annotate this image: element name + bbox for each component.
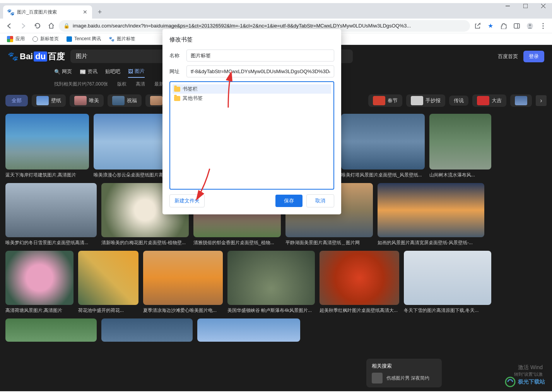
- browser-tab[interactable]: 🐾 图片_百度图片搜索 ✕: [3, 5, 92, 19]
- scroll-right-icon[interactable]: ›: [536, 95, 547, 106]
- image-caption: 平静湖面美景图片高清壁纸＿图片网: [285, 240, 373, 246]
- url-label: 网址: [169, 68, 182, 75]
- image-result[interactable]: 美国华盛顿峡谷 帕卢斯瀑布4k风景图片...: [227, 251, 315, 314]
- dialog-title: 修改书签: [169, 36, 334, 43]
- category-pill[interactable]: 手抄报: [406, 94, 445, 107]
- bookmark-item[interactable]: Tencent 腾讯: [63, 36, 104, 42]
- cancel-button[interactable]: 取消: [306, 194, 334, 207]
- image-result[interactable]: 荷花池中盛开的荷花...: [78, 251, 138, 314]
- window-controls: [499, 0, 552, 12]
- image-caption: 清新唯美的白梅花图片桌面壁纸-植物壁...: [101, 240, 189, 246]
- related-searches: 相关搜索 伤感图片男 深夜简约: [366, 359, 442, 387]
- baidu-paw-icon: 🐾: [8, 9, 14, 15]
- tab-web[interactable]: 🔍 网页: [54, 68, 72, 78]
- image-result[interactable]: 唯美灯塔风景图片桌面壁纸_风景壁纸...: [341, 114, 425, 178]
- category-all[interactable]: 全部: [5, 95, 28, 106]
- annotation-arrow: [193, 166, 217, 203]
- category-pill[interactable]: 唯美: [70, 94, 104, 107]
- baidu-home-link[interactable]: 百度首页: [498, 53, 518, 60]
- bookmark-url-input[interactable]: [186, 65, 334, 77]
- svg-point-10: [542, 27, 543, 29]
- image-caption: 清雅脱俗的郁金香图片桌面壁纸_植物...: [193, 240, 281, 246]
- tab-strip: 🐾 图片_百度图片搜索 ✕ +: [0, 3, 552, 19]
- image-result[interactable]: [5, 318, 97, 342]
- category-pill[interactable]: 壁纸: [32, 94, 66, 107]
- category-pill[interactable]: [510, 94, 532, 107]
- apps-shortcut[interactable]: 应用: [4, 36, 28, 42]
- tab-images[interactable]: 🖼 图片: [128, 68, 145, 78]
- extensions-icon[interactable]: [498, 20, 509, 32]
- bookmark-item[interactable]: 新标签页: [29, 36, 62, 42]
- apps-icon: [7, 36, 13, 42]
- folder-icon: [174, 87, 180, 92]
- site-watermark: 极光下载站: [505, 377, 545, 387]
- image-result[interactable]: 高清荷塘风景图片,高清图片: [5, 251, 73, 314]
- menu-icon[interactable]: [537, 20, 549, 32]
- bookmark-item[interactable]: 🐾图片标签: [106, 36, 138, 42]
- svg-rect-1: [523, 4, 528, 8]
- image-result[interactable]: [197, 318, 300, 342]
- image-caption: 荷花池中盛开的荷花...: [78, 307, 138, 314]
- image-result[interactable]: 夏季清凉海边沙滩爱心唯美图片电...: [143, 251, 223, 314]
- image-caption: 美国华盛顿峡谷 帕卢斯瀑布4k风景图片...: [227, 307, 315, 314]
- login-button[interactable]: 登录: [523, 51, 544, 62]
- category-pill[interactable]: 祝福: [108, 94, 142, 107]
- bookmark-star-icon[interactable]: ★: [485, 20, 496, 32]
- forward-button[interactable]: [17, 20, 29, 32]
- image-caption: 冬天下雪的图片高清原图下载,冬天...: [404, 307, 491, 314]
- minimize-button[interactable]: [499, 0, 516, 12]
- category-pill[interactable]: 春节: [368, 94, 402, 107]
- related-item[interactable]: 伤感图片男 深夜简约: [372, 373, 436, 383]
- bookmark-name-input[interactable]: [186, 50, 334, 62]
- filter-hd[interactable]: 高清: [136, 81, 145, 87]
- tab-tieba[interactable]: 贴吧吧: [105, 68, 120, 78]
- image-caption: 唯美梦幻的冬日雪景图片桌面壁纸高清...: [5, 240, 97, 246]
- svg-rect-4: [514, 24, 520, 28]
- windows-activate-watermark: 激活 Wind 转到"设置"以激: [514, 364, 543, 377]
- related-thumb: [372, 373, 383, 383]
- home-button[interactable]: [45, 20, 57, 32]
- image-result[interactable]: 冬天下雪的图片高清原图下载,冬天...: [404, 251, 491, 314]
- filter-copyright[interactable]: 版权: [117, 81, 126, 87]
- maximize-button[interactable]: [516, 0, 534, 12]
- tencent-icon: [67, 36, 72, 42]
- share-icon[interactable]: [472, 20, 483, 32]
- svg-rect-0: [506, 6, 510, 6]
- image-caption: 高清荷塘风景图片,高清图片: [5, 307, 73, 314]
- image-caption: 如画的风景图片高清宽屏桌面壁纸-风景壁纸-...: [378, 240, 484, 246]
- tab-close-icon[interactable]: ✕: [83, 9, 87, 15]
- category-pill[interactable]: 传说: [449, 96, 468, 106]
- edit-bookmark-dialog: 修改书签 名称 网址 书签栏 其他书签 新建文件夹 保存 取消: [162, 29, 341, 214]
- url-text: image.baidu.com/search/index?tn=baiduima…: [73, 23, 465, 29]
- related-title: 相关搜索: [372, 363, 436, 370]
- svg-point-8: [542, 23, 543, 24]
- image-result[interactable]: 山间树木流水瀑布风...: [429, 114, 491, 178]
- globe-icon: [32, 36, 38, 42]
- image-result[interactable]: 如画的风景图片高清宽屏桌面壁纸-风景壁纸-...: [378, 183, 484, 246]
- name-label: 名称: [169, 52, 182, 59]
- image-caption: 夏季清凉海边沙滩爱心唯美图片电...: [143, 307, 223, 314]
- lock-icon: 🔒: [63, 23, 70, 29]
- image-result[interactable]: [101, 318, 193, 342]
- tab-news[interactable]: 📰 资讯: [80, 68, 97, 78]
- image-result[interactable]: 唯美梦幻的冬日雪景图片桌面壁纸高清...: [5, 183, 97, 246]
- image-caption: 超美秋季红枫叶图片桌面壁纸高清大...: [320, 307, 399, 314]
- new-tab-button[interactable]: +: [94, 7, 105, 17]
- svg-point-9: [542, 25, 543, 26]
- reload-button[interactable]: [31, 20, 43, 32]
- back-button[interactable]: [3, 20, 15, 32]
- image-result[interactable]: 超美秋季红枫叶图片桌面壁纸高清大...: [320, 251, 399, 314]
- side-panel-icon[interactable]: [511, 20, 523, 32]
- tab-title: 图片_百度图片搜索: [17, 9, 80, 15]
- svg-point-7: [529, 24, 531, 26]
- result-count: 找到相关图片约767,000张: [54, 81, 108, 87]
- profile-icon[interactable]: [524, 20, 536, 32]
- baidu-logo[interactable]: 🐾Baidu百度: [8, 51, 65, 62]
- close-button[interactable]: [534, 0, 552, 12]
- annotation-arrow: [224, 69, 259, 111]
- svg-point-11: [506, 377, 515, 387]
- save-button[interactable]: 保存: [275, 195, 302, 207]
- category-pill[interactable]: 大吉: [472, 94, 506, 107]
- baidu-paw-icon: 🐾: [109, 36, 115, 42]
- image-result[interactable]: 蓝天下海岸灯塔建筑图片,高清图片: [5, 114, 89, 178]
